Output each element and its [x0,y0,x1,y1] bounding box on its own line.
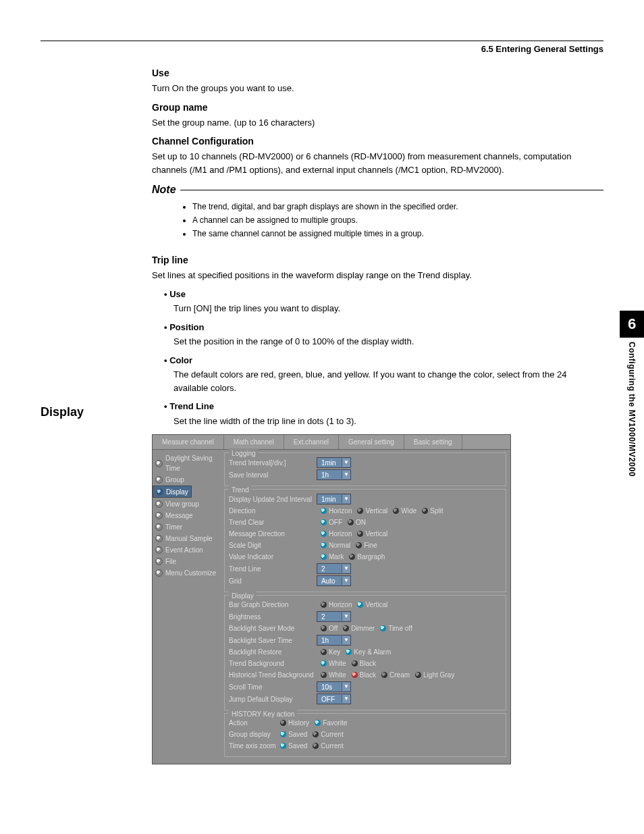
select-brightness[interactable]: 2▼ [317,611,351,622]
select-backlight-saver-time[interactable]: 1h▼ [317,635,351,646]
radio-icon [155,558,163,565]
radio-icon[interactable] [356,542,362,548]
select-trend-interval[interactable]: 1min▼ [317,457,351,468]
label: Trend Interval[/div.] [229,458,317,468]
label: Historical Trend Background [229,670,317,680]
heading-group-name: Group name [152,101,603,115]
note-item: The same channel cannot be assigned mult… [192,228,603,240]
radio-icon[interactable] [321,602,327,608]
radio-icon[interactable] [280,743,286,749]
radio-icon[interactable] [343,625,349,631]
tab-math-channel[interactable]: Math channel [224,435,284,449]
note-item: The trend, digital, and bar graph displa… [192,201,603,213]
note-block: Note The trend, digital, and bar graph d… [152,182,603,240]
select-save-interval[interactable]: 1h▼ [317,469,351,480]
radio-icon[interactable] [352,660,358,667]
radio-icon[interactable] [321,672,327,678]
tab-basic-setting[interactable]: Basic setting [404,435,462,449]
radio-icon [155,523,163,531]
bullet-head-trend-line: Trend Line [164,400,603,413]
select-display-update[interactable]: 1min▼ [317,494,351,504]
label: Save Interval [229,470,317,480]
para-group-name: Set the group name. (up to 16 characters… [152,116,603,130]
radio-icon[interactable] [321,508,327,514]
legend-history: HISTORY Key action [229,709,297,719]
sidebar-item[interactable]: Event Action [153,544,220,556]
radio-icon[interactable] [381,672,387,678]
para-trip-line: Set lines at specified positions in the … [152,269,603,282]
radio-icon [155,569,163,577]
label: Trend Clear [229,517,317,527]
radio-icon [155,546,163,554]
label: Bar Graph Direction [229,600,317,610]
sidebar-item[interactable]: Group [153,474,220,486]
radio-icon[interactable] [357,508,363,514]
bullet-head-color: Color [164,354,603,367]
heading-use: Use [152,66,603,80]
label: Scroll Time [229,682,317,692]
radio-icon[interactable] [321,542,327,548]
radio-icon[interactable] [352,672,358,678]
sidebar-item[interactable]: Manual Sample [153,533,220,544]
sidebar-item[interactable]: Menu Customize [153,567,220,579]
radio-icon[interactable] [357,602,363,608]
app-panel: Measure channel Math channel Ext.channel… [152,434,511,764]
select-trend-line[interactable]: 2▼ [317,563,351,574]
sidebar-item[interactable]: Daylight Saving Time [153,452,220,474]
radio-icon[interactable] [349,554,355,560]
radio-icon[interactable] [280,731,286,737]
label: Backlight Saver Time [229,635,317,646]
label: Action [229,718,276,728]
radio-icon[interactable] [422,508,428,514]
bullet-head-use: Use [164,288,603,301]
radio-icon[interactable] [313,743,319,749]
dropdown-icon: ▼ [342,613,350,621]
radio-icon[interactable] [321,531,327,537]
legend-display: Display [229,591,257,601]
select-jump-default-display[interactable]: OFF▼ [317,694,351,704]
sidebar-item[interactable]: Message [153,510,220,521]
radio-icon [155,512,163,519]
fieldset-display: Display Bar Graph Direction Horizon Vert… [224,595,506,710]
radio-icon[interactable] [313,731,319,737]
radio-icon[interactable] [321,649,327,655]
chapter-tab: 6 Configuring the MV1000/MV2000 [620,311,644,477]
radio-icon[interactable] [346,649,352,655]
label: Scale Digit [229,540,317,550]
note-label: Note [152,182,180,198]
dropdown-icon: ▼ [342,565,350,573]
tab-general-setting[interactable]: General setting [339,435,404,449]
radio-icon [155,535,163,542]
sidebar-item[interactable]: Timer [153,521,220,533]
radio-icon[interactable] [321,660,327,667]
bullet-text-trend-line: Set the line width of the trip line in d… [173,415,603,428]
radio-icon[interactable] [380,625,386,631]
select-grid[interactable]: Auto▼ [317,575,351,586]
sidebar-item-display[interactable]: Display [153,486,192,498]
fieldset-trend: Trend Display Update 2nd Interval 1min▼ … [224,489,506,592]
radio-icon[interactable] [357,531,363,537]
radio-icon[interactable] [321,625,327,631]
radio-icon[interactable] [415,672,421,678]
select-scroll-time[interactable]: 10s▼ [317,681,351,692]
dropdown-icon: ▼ [342,495,350,503]
dropdown-icon: ▼ [342,636,350,644]
label: Brightness [229,612,317,622]
tab-measure-channel[interactable]: Measure channel [153,435,224,449]
sidebar-item[interactable]: File [153,556,220,567]
radio-icon[interactable] [321,519,327,525]
dropdown-icon: ▼ [342,459,350,467]
section-header: 6.5 Entering General Settings [41,44,603,54]
radio-icon[interactable] [393,508,399,514]
radio-icon[interactable] [280,720,286,726]
bullet-text-use: Turn [ON] the trip lines you want to dis… [173,302,603,315]
sidebar-item[interactable]: View group [153,498,220,510]
dropdown-icon: ▼ [342,471,350,479]
label: Direction [229,506,317,516]
bullet-head-position: Position [164,321,603,334]
radio-icon[interactable] [321,554,327,560]
label: Grid [229,576,317,586]
radio-icon[interactable] [315,720,321,726]
radio-icon[interactable] [348,519,354,525]
tab-ext-channel[interactable]: Ext.channel [284,435,339,449]
